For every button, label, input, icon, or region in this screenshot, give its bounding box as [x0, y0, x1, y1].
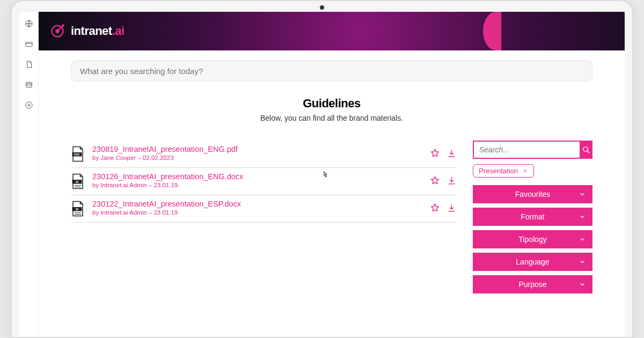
logo-mark-icon	[49, 23, 65, 39]
filter-label: Language	[516, 258, 549, 266]
filter-tipology[interactable]: Tipology	[473, 230, 592, 248]
filter-label: Favourites	[515, 190, 550, 199]
file-row: W 230122_IntranetAI_presentation_ESP.doc…	[71, 195, 457, 223]
nav-file-icon[interactable]	[25, 60, 33, 71]
filter-label: Format	[521, 212, 544, 221]
chevron-down-icon	[579, 190, 586, 198]
file-list: PDF 230819_IntranetAI_presentation_ENG.p…	[71, 141, 457, 293]
svg-rect-2	[26, 82, 32, 87]
star-icon[interactable]	[430, 175, 440, 186]
file-name[interactable]: 230819_IntranetAI_presentation_ENG.pdf	[92, 145, 422, 153]
filter-panel: Presentation FavouritesFormatTipologyLan…	[473, 141, 592, 293]
filter-purpose[interactable]: Purpose	[473, 275, 592, 293]
svg-point-13	[583, 146, 588, 151]
chevron-down-icon	[579, 236, 586, 243]
file-name[interactable]: 230126_IntranetAI_presentation_ENG.docx	[92, 172, 422, 181]
docx-icon: W	[71, 201, 85, 217]
chevron-down-icon	[579, 281, 586, 288]
filter-favourites[interactable]: Favourites	[473, 185, 592, 203]
brand-name-right: .ai	[112, 24, 125, 38]
filter-language[interactable]: Language	[473, 253, 592, 271]
download-icon[interactable]	[447, 175, 457, 186]
page-subtitle: Below, you can find all the brand materi…	[71, 114, 592, 122]
filter-label: Tipology	[518, 235, 546, 244]
file-row: W 230126_IntranetAI_presentation_ENG.doc…	[71, 168, 457, 195]
filter-search-input[interactable]	[473, 141, 580, 159]
svg-point-6	[62, 24, 64, 27]
nav-card-icon[interactable]	[25, 40, 33, 50]
brand-name-left: intranet	[71, 24, 112, 38]
device-camera	[320, 5, 324, 10]
hero-banner: intranet.ai	[39, 12, 625, 50]
file-name[interactable]: 230122_IntranetAI_presentation_ESP.docx	[92, 200, 422, 208]
pointer-cursor-icon	[320, 170, 330, 180]
global-search-input[interactable]	[71, 60, 592, 82]
svg-text:W: W	[76, 208, 78, 211]
chevron-down-icon	[579, 258, 586, 266]
filter-label: Purpose	[518, 280, 546, 289]
download-icon[interactable]	[447, 203, 457, 213]
pdf-icon: PDF	[71, 146, 85, 162]
svg-text:PDF: PDF	[74, 153, 80, 156]
nav-stack-icon[interactable]	[25, 80, 33, 91]
file-meta: by Jane Cooper – 02.02.2023	[92, 155, 422, 161]
star-icon[interactable]	[430, 203, 440, 213]
nav-add-icon[interactable]	[25, 101, 33, 112]
nav-globe-icon[interactable]	[25, 19, 33, 30]
file-row: PDF 230819_IntranetAI_presentation_ENG.p…	[71, 141, 457, 168]
svg-rect-1	[26, 42, 32, 47]
left-rail	[19, 12, 39, 337]
file-meta: by Intranet.ai Admin – 23.01.19	[92, 209, 422, 216]
filter-format[interactable]: Format	[473, 208, 592, 226]
brand-logo: intranet.ai	[49, 23, 125, 39]
chip-label: Presentation	[479, 167, 518, 175]
close-icon[interactable]	[522, 168, 528, 174]
search-icon	[582, 145, 591, 155]
file-meta: by Intranet.ai Admin – 23.01.19	[92, 182, 422, 188]
filter-chip[interactable]: Presentation	[473, 164, 534, 178]
svg-text:W: W	[76, 180, 78, 183]
docx-icon: W	[71, 173, 85, 189]
filter-search-button[interactable]	[580, 141, 592, 159]
chevron-down-icon	[579, 213, 586, 221]
star-icon[interactable]	[430, 148, 440, 158]
page-title: Guidelines	[71, 97, 592, 111]
download-icon[interactable]	[447, 148, 457, 158]
